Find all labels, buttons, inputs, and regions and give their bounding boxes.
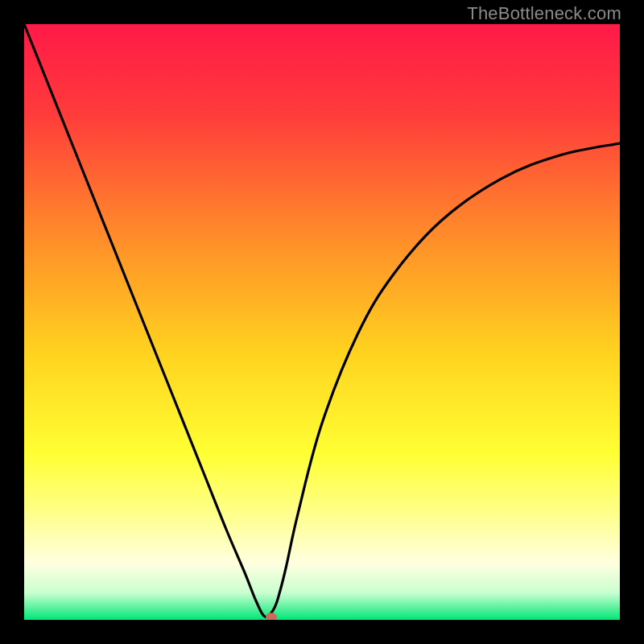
- chart-background: [24, 24, 620, 620]
- chart-frame: [24, 24, 620, 620]
- attribution-text: TheBottleneck.com: [467, 3, 621, 24]
- bottleneck-chart: [24, 24, 620, 620]
